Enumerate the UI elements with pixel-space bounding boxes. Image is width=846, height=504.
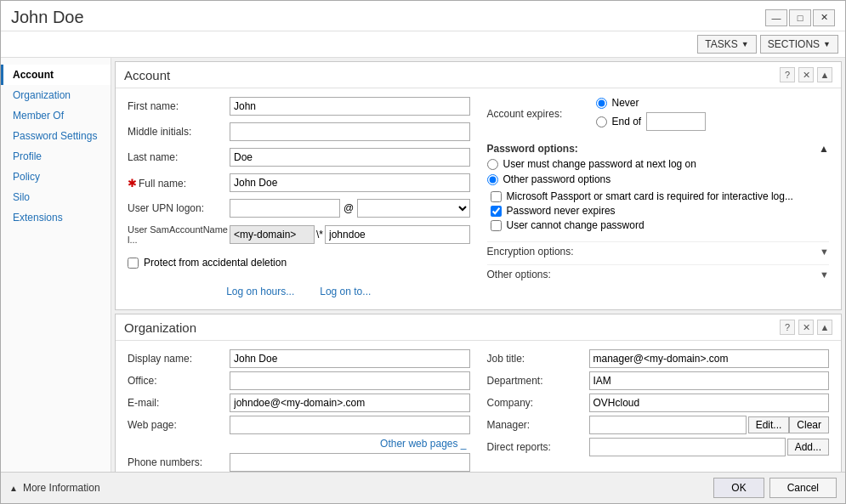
encryption-options-row[interactable]: Encryption options: ▼ xyxy=(487,241,830,261)
tasks-label: TASKS xyxy=(705,38,737,50)
account-collapse-button[interactable]: ▲ xyxy=(817,67,832,82)
logon-to-link[interactable]: Log on to... xyxy=(320,286,371,297)
upn-input[interactable] xyxy=(230,199,340,218)
sam-account-label: User SamAccountName l... xyxy=(128,224,230,245)
logon-links: Log on hours... Log on to... xyxy=(128,286,470,301)
end-of-radio-row: End of xyxy=(596,112,707,131)
sam-username-input[interactable] xyxy=(325,225,469,244)
sidebar-item-account[interactable]: Account xyxy=(1,65,111,85)
password-checkbox-group: Microsoft Passport or smart card is requ… xyxy=(487,190,830,231)
last-name-row: Last name: xyxy=(128,148,470,167)
org-close-button[interactable]: ✕ xyxy=(798,320,814,335)
middle-initials-input[interactable] xyxy=(230,122,470,141)
email-input[interactable] xyxy=(230,394,470,412)
phone-numbers-row: Phone numbers: xyxy=(128,453,470,472)
account-form-right: Account expires: Never End of xyxy=(487,97,830,301)
required-star-icon: ✱ xyxy=(128,177,137,190)
end-of-radio[interactable] xyxy=(596,116,607,127)
first-name-row: First name: xyxy=(128,97,470,116)
end-of-date-input[interactable] xyxy=(646,112,706,131)
full-name-row: ✱Full name: xyxy=(128,173,470,192)
first-name-input[interactable] xyxy=(230,97,470,116)
ok-button[interactable]: OK xyxy=(713,478,764,498)
never-label[interactable]: Never xyxy=(612,97,639,109)
department-input[interactable] xyxy=(589,371,830,390)
end-of-label[interactable]: End of xyxy=(612,116,642,127)
never-expires-label[interactable]: Password never expires xyxy=(507,205,616,217)
other-options-row[interactable]: Other options: ▼ xyxy=(487,264,830,284)
sidebar: Account Organization Member Of Password … xyxy=(1,58,111,472)
add-direct-report-button[interactable]: Add... xyxy=(787,439,829,456)
other-options-label[interactable]: Other password options xyxy=(503,173,611,185)
direct-reports-input[interactable] xyxy=(589,438,786,456)
title-bar: John Doe — □ ✕ xyxy=(1,1,845,31)
protect-checkbox[interactable] xyxy=(128,258,139,269)
edit-manager-button[interactable]: Edit... xyxy=(748,416,790,433)
bottom-bar: ▲ More Information OK Cancel xyxy=(1,472,845,503)
org-form-left: Display name: Office: E-mail: xyxy=(128,349,470,472)
sidebar-item-profile[interactable]: Profile xyxy=(1,146,111,167)
logon-hours-link[interactable]: Log on hours... xyxy=(226,286,294,297)
upn-logon-label: User UPN logon: xyxy=(128,202,230,214)
account-close-button[interactable]: ✕ xyxy=(798,67,814,82)
phone-numbers-input[interactable] xyxy=(230,453,470,472)
tasks-button[interactable]: TASKS ▼ xyxy=(697,35,756,54)
org-collapse-button[interactable]: ▲ xyxy=(817,320,832,335)
sidebar-item-extensions[interactable]: Extensions xyxy=(1,207,111,228)
ms-passport-checkbox[interactable] xyxy=(491,191,502,202)
password-options-header: Password options: ▲ xyxy=(487,143,830,155)
sidebar-item-password-settings[interactable]: Password Settings xyxy=(1,126,111,146)
org-help-button[interactable]: ? xyxy=(780,320,795,335)
window-controls: — □ ✕ xyxy=(765,9,835,26)
last-name-input[interactable] xyxy=(230,148,470,167)
organization-section-controls: ? ✕ ▲ xyxy=(780,320,832,335)
manager-input[interactable] xyxy=(589,416,747,434)
office-input[interactable] xyxy=(230,371,470,390)
cannot-change-label[interactable]: User cannot change password xyxy=(507,219,644,231)
full-name-input[interactable] xyxy=(230,173,470,192)
sidebar-item-policy[interactable]: Policy xyxy=(1,167,111,187)
web-page-row: Web page: xyxy=(128,416,470,434)
other-options-radio-row: Other password options xyxy=(487,173,830,185)
display-name-input[interactable] xyxy=(230,349,470,368)
ms-passport-label[interactable]: Microsoft Passport or smart card is requ… xyxy=(507,190,793,202)
cancel-button[interactable]: Cancel xyxy=(769,478,837,498)
job-title-input[interactable] xyxy=(589,349,830,368)
organization-section-title: Organization xyxy=(124,320,196,335)
sam-domain-input[interactable] xyxy=(230,225,315,244)
sections-button[interactable]: SECTIONS ▼ xyxy=(760,35,838,54)
never-expires-checkbox[interactable] xyxy=(491,206,502,217)
password-collapse-icon: ▲ xyxy=(819,143,829,155)
phone-numbers-label: Phone numbers: xyxy=(128,456,230,468)
account-section: Account ? ✕ ▲ First name: xyxy=(115,61,842,310)
must-change-radio-row: User must change password at next log on xyxy=(487,158,830,170)
sidebar-item-organization[interactable]: Organization xyxy=(1,85,111,105)
ms-passport-row: Microsoft Passport or smart card is requ… xyxy=(491,190,830,202)
account-expires-label: Account expires: xyxy=(487,108,589,120)
company-input[interactable] xyxy=(589,394,830,412)
sidebar-item-member-of[interactable]: Member Of xyxy=(1,105,111,126)
more-info-toggle[interactable]: ▲ More Information xyxy=(9,482,100,494)
never-radio-row: Never xyxy=(596,97,707,109)
close-button[interactable]: ✕ xyxy=(813,9,835,26)
account-help-button[interactable]: ? xyxy=(780,67,795,82)
upn-domain-select[interactable] xyxy=(357,199,469,218)
maximize-button[interactable]: □ xyxy=(789,9,811,26)
sections-label: SECTIONS xyxy=(768,38,820,50)
account-form-left: First name: Middle initials: Last name: xyxy=(128,97,470,301)
web-page-input[interactable] xyxy=(230,416,470,434)
other-options-radio[interactable] xyxy=(487,174,498,185)
must-change-label[interactable]: User must change password at next log on xyxy=(503,158,696,170)
direct-reports-row: Direct reports: Add... xyxy=(487,438,830,456)
minimize-button[interactable]: — xyxy=(765,9,787,26)
cannot-change-checkbox[interactable] xyxy=(491,220,502,231)
web-page-label: Web page: xyxy=(128,419,230,431)
must-change-radio[interactable] xyxy=(487,159,498,170)
other-web-pages-link[interactable]: Other web pages _ xyxy=(128,438,470,450)
account-section-header: Account ? ✕ ▲ xyxy=(116,62,841,88)
company-label: Company: xyxy=(487,397,589,409)
protect-label[interactable]: Protect from accidental deletion xyxy=(144,257,287,269)
clear-manager-button[interactable]: Clear xyxy=(789,416,829,433)
sidebar-item-silo[interactable]: Silo xyxy=(1,187,111,207)
never-radio[interactable] xyxy=(596,98,607,109)
